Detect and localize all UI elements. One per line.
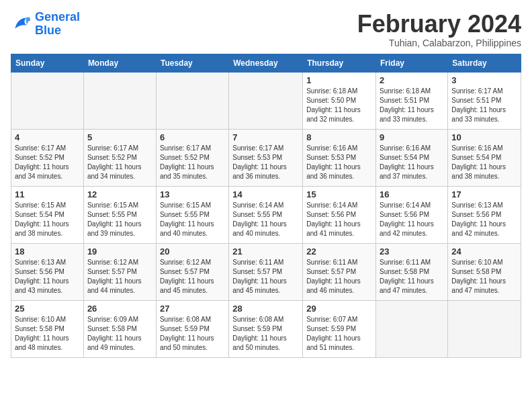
calendar-cell: [448, 300, 521, 357]
day-content: Sunrise: 6:16 AM Sunset: 5:53 PM Dayligh…: [306, 144, 372, 181]
day-number: 25: [15, 304, 80, 314]
logo-icon: [11, 13, 32, 35]
calendar-cell: 18Sunrise: 6:13 AM Sunset: 5:56 PM Dayli…: [11, 243, 84, 300]
calendar-cell: 16Sunrise: 6:14 AM Sunset: 5:56 PM Dayli…: [376, 186, 448, 243]
day-content: Sunrise: 6:14 AM Sunset: 5:55 PM Dayligh…: [232, 201, 299, 238]
day-content: Sunrise: 6:09 AM Sunset: 5:58 PM Dayligh…: [87, 315, 152, 353]
calendar-cell: 2Sunrise: 6:18 AM Sunset: 5:51 PM Daylig…: [376, 72, 448, 129]
calendar-week-4: 18Sunrise: 6:13 AM Sunset: 5:56 PM Dayli…: [11, 243, 521, 300]
month-title: February 2024: [357, 11, 521, 38]
day-content: Sunrise: 6:15 AM Sunset: 5:54 PM Dayligh…: [15, 201, 80, 238]
column-header-friday: Friday: [376, 54, 448, 72]
day-content: Sunrise: 6:17 AM Sunset: 5:53 PM Dayligh…: [232, 144, 299, 181]
calendar-cell: 6Sunrise: 6:17 AM Sunset: 5:52 PM Daylig…: [156, 129, 228, 186]
day-number: 12: [87, 189, 152, 199]
calendar-cell: 17Sunrise: 6:13 AM Sunset: 5:56 PM Dayli…: [448, 186, 521, 243]
calendar-cell: 10Sunrise: 6:16 AM Sunset: 5:54 PM Dayli…: [448, 129, 521, 186]
day-content: Sunrise: 6:13 AM Sunset: 5:56 PM Dayligh…: [451, 201, 517, 238]
calendar-cell: 21Sunrise: 6:11 AM Sunset: 5:57 PM Dayli…: [229, 243, 303, 300]
day-content: Sunrise: 6:13 AM Sunset: 5:56 PM Dayligh…: [15, 258, 80, 295]
day-number: 20: [160, 246, 225, 257]
day-number: 23: [380, 246, 444, 257]
column-header-monday: Monday: [83, 54, 156, 72]
day-content: Sunrise: 6:14 AM Sunset: 5:56 PM Dayligh…: [380, 201, 444, 238]
calendar-week-5: 25Sunrise: 6:10 AM Sunset: 5:58 PM Dayli…: [11, 300, 521, 357]
day-number: 11: [15, 189, 80, 199]
day-number: 17: [451, 189, 517, 199]
calendar-header: SundayMondayTuesdayWednesdayThursdayFrid…: [11, 54, 521, 72]
calendar-cell: 23Sunrise: 6:11 AM Sunset: 5:58 PM Dayli…: [376, 243, 448, 300]
day-content: Sunrise: 6:15 AM Sunset: 5:55 PM Dayligh…: [87, 201, 152, 238]
calendar-table: SundayMondayTuesdayWednesdayThursdayFrid…: [11, 54, 521, 358]
day-content: Sunrise: 6:10 AM Sunset: 5:58 PM Dayligh…: [15, 315, 80, 353]
calendar-cell: 14Sunrise: 6:14 AM Sunset: 5:55 PM Dayli…: [229, 186, 303, 243]
logo-text: General Blue: [35, 11, 80, 38]
day-number: 4: [15, 132, 80, 142]
day-content: Sunrise: 6:11 AM Sunset: 5:58 PM Dayligh…: [380, 258, 444, 295]
day-number: 16: [380, 189, 444, 199]
calendar-cell: 19Sunrise: 6:12 AM Sunset: 5:57 PM Dayli…: [83, 243, 156, 300]
day-content: Sunrise: 6:14 AM Sunset: 5:56 PM Dayligh…: [306, 201, 372, 238]
calendar-cell: 1Sunrise: 6:18 AM Sunset: 5:50 PM Daylig…: [303, 72, 376, 129]
day-number: 2: [380, 75, 444, 85]
calendar-cell: 15Sunrise: 6:14 AM Sunset: 5:56 PM Dayli…: [303, 186, 376, 243]
column-header-tuesday: Tuesday: [156, 54, 228, 72]
page-header: General Blue February 2024 Tuhian, Calab…: [11, 11, 521, 48]
day-number: 26: [87, 304, 152, 314]
day-content: Sunrise: 6:18 AM Sunset: 5:51 PM Dayligh…: [380, 87, 444, 124]
calendar-cell: 27Sunrise: 6:08 AM Sunset: 5:59 PM Dayli…: [156, 300, 228, 357]
day-number: 28: [232, 304, 299, 314]
day-content: Sunrise: 6:10 AM Sunset: 5:58 PM Dayligh…: [451, 258, 517, 295]
calendar-cell: 9Sunrise: 6:16 AM Sunset: 5:54 PM Daylig…: [376, 129, 448, 186]
day-number: 13: [160, 189, 225, 199]
calendar-cell: 5Sunrise: 6:17 AM Sunset: 5:52 PM Daylig…: [83, 129, 156, 186]
calendar-cell: 4Sunrise: 6:17 AM Sunset: 5:52 PM Daylig…: [11, 129, 84, 186]
calendar-cell: [376, 300, 448, 357]
day-number: 6: [160, 132, 225, 142]
day-content: Sunrise: 6:17 AM Sunset: 5:52 PM Dayligh…: [87, 144, 152, 181]
calendar-cell: 12Sunrise: 6:15 AM Sunset: 5:55 PM Dayli…: [83, 186, 156, 243]
calendar-week-1: 1Sunrise: 6:18 AM Sunset: 5:50 PM Daylig…: [11, 72, 521, 129]
day-number: 7: [232, 132, 299, 142]
calendar-cell: 8Sunrise: 6:16 AM Sunset: 5:53 PM Daylig…: [303, 129, 376, 186]
column-header-thursday: Thursday: [303, 54, 376, 72]
header-row: SundayMondayTuesdayWednesdayThursdayFrid…: [11, 54, 521, 72]
day-number: 5: [87, 132, 152, 142]
calendar-week-3: 11Sunrise: 6:15 AM Sunset: 5:54 PM Dayli…: [11, 186, 521, 243]
day-content: Sunrise: 6:17 AM Sunset: 5:51 PM Dayligh…: [451, 87, 517, 124]
calendar-cell: 29Sunrise: 6:07 AM Sunset: 5:59 PM Dayli…: [303, 300, 376, 357]
day-number: 10: [451, 132, 517, 142]
day-number: 29: [306, 304, 372, 314]
calendar-body: 1Sunrise: 6:18 AM Sunset: 5:50 PM Daylig…: [11, 72, 521, 357]
day-content: Sunrise: 6:17 AM Sunset: 5:52 PM Dayligh…: [15, 144, 80, 181]
day-content: Sunrise: 6:18 AM Sunset: 5:50 PM Dayligh…: [306, 87, 372, 124]
day-content: Sunrise: 6:16 AM Sunset: 5:54 PM Dayligh…: [451, 144, 517, 181]
calendar-week-2: 4Sunrise: 6:17 AM Sunset: 5:52 PM Daylig…: [11, 129, 521, 186]
day-content: Sunrise: 6:12 AM Sunset: 5:57 PM Dayligh…: [87, 258, 152, 295]
calendar-cell: 20Sunrise: 6:12 AM Sunset: 5:57 PM Dayli…: [156, 243, 228, 300]
calendar-cell: 24Sunrise: 6:10 AM Sunset: 5:58 PM Dayli…: [448, 243, 521, 300]
calendar-cell: 13Sunrise: 6:15 AM Sunset: 5:55 PM Dayli…: [156, 186, 228, 243]
day-number: 21: [232, 246, 299, 257]
day-number: 3: [451, 75, 517, 85]
day-number: 22: [306, 246, 372, 257]
calendar-cell: [83, 72, 156, 129]
day-content: Sunrise: 6:08 AM Sunset: 5:59 PM Dayligh…: [232, 315, 299, 353]
day-number: 8: [306, 132, 372, 142]
day-number: 15: [306, 189, 372, 199]
calendar-cell: [156, 72, 228, 129]
calendar-cell: 7Sunrise: 6:17 AM Sunset: 5:53 PM Daylig…: [229, 129, 303, 186]
calendar-cell: 28Sunrise: 6:08 AM Sunset: 5:59 PM Dayli…: [229, 300, 303, 357]
day-content: Sunrise: 6:16 AM Sunset: 5:54 PM Dayligh…: [380, 144, 444, 181]
day-content: Sunrise: 6:15 AM Sunset: 5:55 PM Dayligh…: [160, 201, 225, 238]
calendar-cell: [229, 72, 303, 129]
day-content: Sunrise: 6:08 AM Sunset: 5:59 PM Dayligh…: [160, 315, 225, 353]
column-header-sunday: Sunday: [11, 54, 84, 72]
day-number: 24: [451, 246, 517, 257]
logo: General Blue: [11, 11, 80, 38]
day-number: 18: [15, 246, 80, 257]
day-content: Sunrise: 6:07 AM Sunset: 5:59 PM Dayligh…: [306, 315, 372, 353]
day-number: 27: [160, 304, 225, 314]
calendar-cell: 11Sunrise: 6:15 AM Sunset: 5:54 PM Dayli…: [11, 186, 84, 243]
day-content: Sunrise: 6:11 AM Sunset: 5:57 PM Dayligh…: [232, 258, 299, 295]
